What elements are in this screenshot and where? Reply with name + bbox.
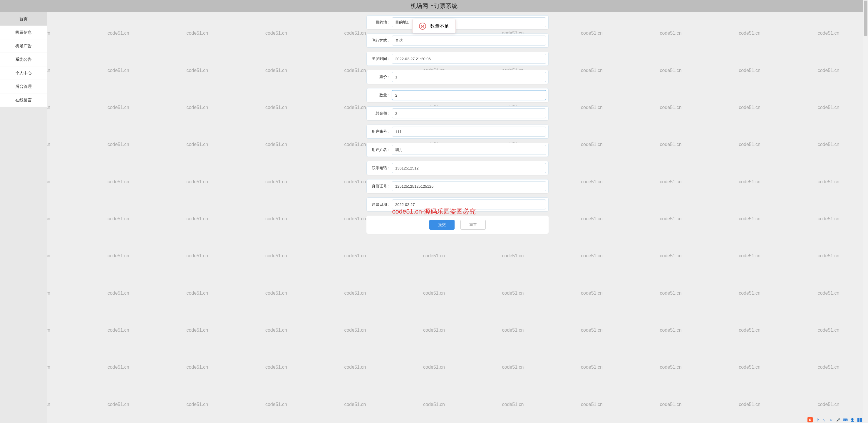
input-price[interactable] bbox=[392, 72, 546, 82]
scrollbar-thumb[interactable] bbox=[864, 1, 867, 36]
input-phone[interactable] bbox=[392, 163, 546, 173]
label-destination: 目的地： bbox=[369, 20, 392, 25]
ime-user-icon[interactable]: 👤 bbox=[850, 417, 855, 422]
input-total[interactable] bbox=[392, 108, 546, 119]
page-header: 机场网上订票系统 bbox=[0, 0, 868, 12]
scrollbar-track[interactable] bbox=[863, 0, 868, 423]
sogou-icon[interactable]: S bbox=[807, 417, 813, 422]
main-content: 目的地： 飞行方式： 出发时间： 票价： 数量： 总金额： bbox=[47, 12, 868, 423]
ime-emoji-icon[interactable]: ☺ bbox=[829, 417, 834, 422]
ime-lang-icon[interactable]: 中 bbox=[814, 417, 820, 422]
label-phone: 联系电话： bbox=[369, 165, 392, 171]
label-total: 总金额： bbox=[369, 111, 392, 116]
sidebar-item-profile[interactable]: 个人中心 bbox=[0, 66, 47, 80]
field-quantity: 数量： bbox=[366, 88, 549, 102]
label-id-number: 身份证号： bbox=[369, 184, 392, 189]
sidebar-item-label: 机场广告 bbox=[15, 43, 32, 49]
field-departure-time: 出发时间： bbox=[366, 52, 549, 66]
field-username: 用户姓名： bbox=[366, 143, 549, 157]
field-destination: 目的地： bbox=[366, 15, 549, 29]
field-total: 总金额： bbox=[366, 106, 549, 121]
page-title: 机场网上订票系统 bbox=[410, 2, 458, 10]
toast-notification: 数量不足 bbox=[412, 19, 456, 33]
label-flight-mode: 飞行方式： bbox=[369, 38, 392, 43]
label-username: 用户姓名： bbox=[369, 147, 392, 153]
sidebar-item-label: 机票信息 bbox=[15, 30, 32, 35]
field-flight-mode: 飞行方式： bbox=[366, 33, 549, 47]
field-purchase-date: 购票日期： bbox=[366, 197, 549, 212]
form-buttons: 提交 重置 bbox=[366, 216, 549, 234]
reset-button[interactable]: 重置 bbox=[460, 220, 486, 230]
sidebar-item-announcements[interactable]: 系统公告 bbox=[0, 53, 47, 66]
label-account: 用户账号： bbox=[369, 129, 392, 134]
field-phone: 联系电话： bbox=[366, 161, 549, 175]
input-flight-mode[interactable] bbox=[392, 36, 546, 45]
submit-button[interactable]: 提交 bbox=[429, 220, 455, 230]
sidebar-item-home[interactable]: 首页 bbox=[0, 12, 47, 26]
booking-form: 目的地： 飞行方式： 出发时间： 票价： 数量： 总金额： bbox=[364, 15, 552, 414]
ime-menu-icon[interactable] bbox=[857, 417, 862, 422]
input-purchase-date[interactable] bbox=[392, 199, 546, 209]
input-username[interactable] bbox=[392, 145, 546, 155]
sidebar-item-label: 个人中心 bbox=[15, 70, 32, 76]
label-price: 票价： bbox=[369, 74, 392, 79]
field-account: 用户账号： bbox=[366, 125, 549, 139]
sidebar-item-admin[interactable]: 后台管理 bbox=[0, 80, 47, 93]
label-departure-time: 出发时间： bbox=[369, 56, 392, 61]
input-account[interactable] bbox=[392, 127, 546, 137]
sidebar-item-label: 首页 bbox=[20, 17, 28, 22]
sidebar: 首页 机票信息 机场广告 系统公告 个人中心 后台管理 在线留言 bbox=[0, 12, 47, 423]
field-price: 票价： bbox=[366, 70, 549, 84]
ime-punct-icon[interactable]: •, bbox=[822, 417, 827, 422]
sad-face-icon bbox=[419, 23, 426, 30]
field-id-number: 身份证号： bbox=[366, 179, 549, 193]
input-quantity[interactable] bbox=[392, 90, 546, 100]
ime-keyboard-icon[interactable]: ⌨ bbox=[843, 417, 848, 422]
sidebar-item-messages[interactable]: 在线留言 bbox=[0, 93, 47, 107]
label-purchase-date: 购票日期： bbox=[369, 202, 392, 207]
ime-mic-icon[interactable]: 🎤 bbox=[836, 417, 841, 422]
toast-message: 数量不足 bbox=[430, 23, 449, 29]
sidebar-item-ads[interactable]: 机场广告 bbox=[0, 39, 47, 53]
sidebar-item-label: 后台管理 bbox=[15, 84, 32, 89]
sidebar-item-label: 在线留言 bbox=[15, 98, 32, 103]
sidebar-filler bbox=[0, 107, 47, 423]
input-id-number[interactable] bbox=[392, 181, 546, 191]
input-departure-time[interactable] bbox=[392, 54, 546, 64]
sidebar-item-label: 系统公告 bbox=[15, 57, 32, 62]
sidebar-item-tickets[interactable]: 机票信息 bbox=[0, 26, 47, 39]
ime-toolbar: S 中 •, ☺ 🎤 ⌨ 👤 bbox=[807, 417, 862, 422]
label-quantity: 数量： bbox=[369, 93, 392, 98]
